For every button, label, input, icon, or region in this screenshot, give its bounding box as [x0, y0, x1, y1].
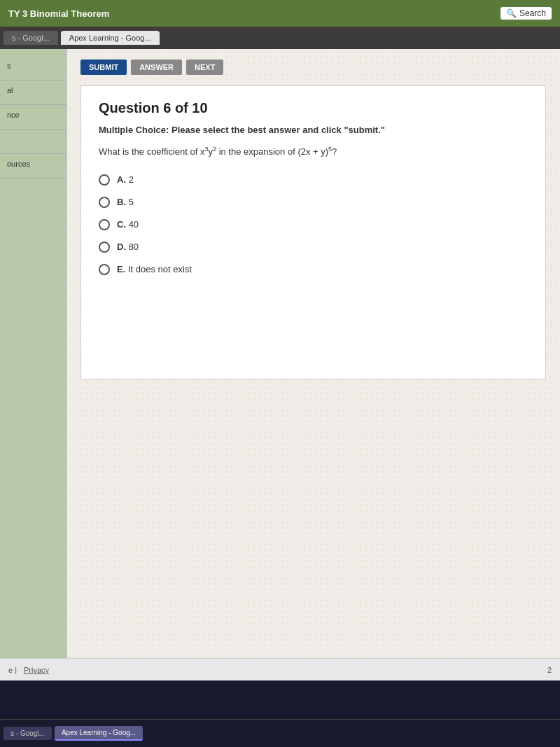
- taskbar-item-google[interactable]: s - Googl...: [4, 727, 52, 740]
- main-container: s al nce ources SUBMIT ANSWER NEXT Quest…: [0, 49, 560, 658]
- tab-bar: s - Googl... Apex Learning - Goog...: [0, 27, 560, 49]
- sidebar: s al nce ources: [0, 49, 66, 658]
- tab-apex[interactable]: Apex Learning - Goog...: [61, 31, 160, 45]
- question-box: Question 6 of 10 Multiple Choice: Please…: [80, 85, 546, 379]
- radio-a[interactable]: [99, 174, 110, 186]
- submit-button[interactable]: SUBMIT: [80, 60, 127, 75]
- question-text-part1: What is the coefficient of x: [99, 146, 205, 157]
- question-text-part3: in the expansion of (2x + y): [216, 146, 328, 157]
- question-instruction: Multiple Choice: Please select the best …: [99, 125, 528, 135]
- bottom-bar: e | Privacy 2: [0, 658, 560, 680]
- search-button[interactable]: 🔍 Search: [500, 7, 552, 20]
- option-b-label: B. 5: [117, 197, 134, 207]
- option-a[interactable]: A. 2: [99, 174, 528, 186]
- option-d-label: D. 80: [117, 242, 139, 252]
- radio-d[interactable]: [99, 242, 110, 253]
- page-title-bar: TY 3 Binomial Theorem 🔍 Search: [0, 0, 560, 27]
- next-button[interactable]: NEXT: [186, 60, 223, 75]
- option-e-label: E. It does not exist: [117, 264, 192, 274]
- question-title: Question 6 of 10: [99, 100, 528, 116]
- option-c[interactable]: C. 40: [99, 219, 528, 230]
- sidebar-item-ources: ources: [0, 154, 66, 179]
- page-title: TY 3 Binomial Theorem: [8, 8, 109, 19]
- sidebar-item-blank: [0, 130, 66, 154]
- privacy-link[interactable]: Privacy: [24, 666, 49, 674]
- bottom-prefix: e |: [8, 666, 17, 674]
- tab-google[interactable]: s - Googl...: [4, 31, 58, 45]
- sidebar-item-nce: nce: [0, 105, 66, 130]
- search-label: Search: [519, 8, 546, 18]
- radio-e[interactable]: [99, 264, 110, 275]
- content-area: SUBMIT ANSWER NEXT Question 6 of 10 Mult…: [66, 49, 560, 658]
- answer-button[interactable]: ANSWER: [131, 60, 182, 75]
- question-toolbar: SUBMIT ANSWER NEXT: [80, 60, 546, 75]
- search-icon: 🔍: [506, 8, 517, 18]
- taskbar-item-apex[interactable]: Apex Learning - Goog...: [55, 726, 143, 741]
- option-a-label: A. 2: [117, 174, 134, 185]
- question-text-part4: ?: [332, 146, 337, 157]
- option-b[interactable]: B. 5: [99, 197, 528, 208]
- sidebar-item-s: s: [0, 56, 66, 81]
- sidebar-item-al: al: [0, 81, 66, 105]
- option-e[interactable]: E. It does not exist: [99, 264, 528, 275]
- radio-c[interactable]: [99, 219, 110, 230]
- radio-b[interactable]: [99, 197, 110, 208]
- taskbar: s - Googl... Apex Learning - Goog...: [0, 719, 560, 747]
- option-d[interactable]: D. 80: [99, 242, 528, 253]
- option-c-label: C. 40: [117, 219, 139, 230]
- page-number: 2: [547, 666, 552, 674]
- bottom-left: e | Privacy: [8, 666, 49, 674]
- question-text: What is the coefficient of x3y2 in the e…: [99, 145, 528, 159]
